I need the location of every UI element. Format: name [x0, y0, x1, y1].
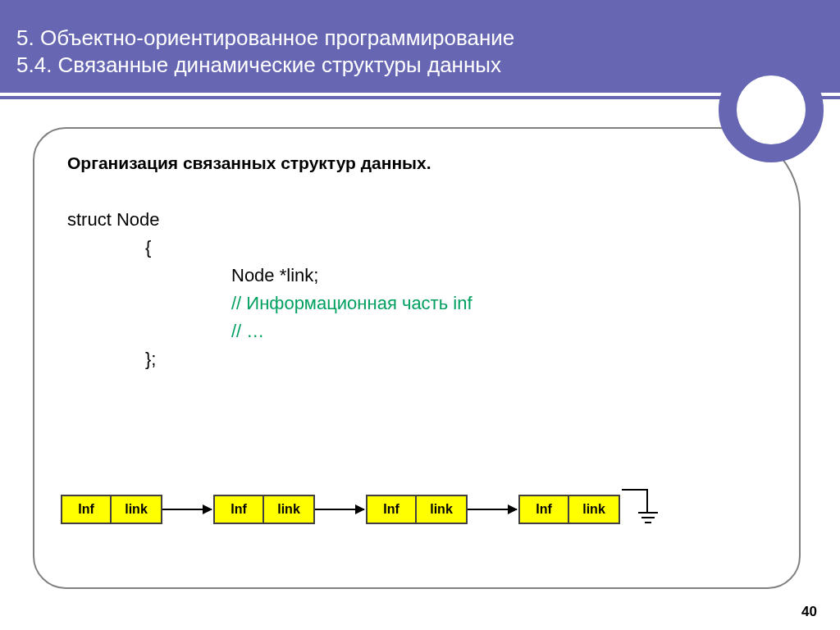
- node-link-cell: link: [417, 496, 466, 523]
- code-line: struct Node: [67, 206, 766, 234]
- content-subtitle: Организация связанных структур данных.: [67, 153, 766, 173]
- node-link-cell: link: [112, 496, 161, 523]
- code-line: };: [67, 345, 766, 373]
- list-node: Inf link: [213, 495, 315, 524]
- ground-icon: [622, 489, 655, 530]
- arrow-icon: [162, 509, 212, 510]
- node-inf-cell: Inf: [520, 496, 569, 523]
- code-line: {: [67, 234, 766, 262]
- linked-list-diagram: Inf link Inf link Inf link Inf link: [61, 489, 655, 530]
- list-node: Inf link: [518, 495, 620, 524]
- accent-line: [0, 96, 840, 99]
- node-inf-cell: Inf: [62, 496, 112, 523]
- node-inf-cell: Inf: [368, 496, 417, 523]
- slide-title: 5. Объектно-ориентированное программиров…: [16, 25, 840, 78]
- page-number: 40: [801, 604, 817, 620]
- arrow-icon: [468, 509, 517, 510]
- ring-decoration: [719, 57, 824, 162]
- title-line-1: 5. Объектно-ориентированное программиров…: [16, 25, 514, 50]
- arrow-icon: [315, 509, 364, 510]
- list-node: Inf link: [366, 495, 468, 524]
- list-node: Inf link: [61, 495, 162, 524]
- node-inf-cell: Inf: [215, 496, 264, 523]
- code-comment: // Информационная часть inf: [67, 290, 766, 317]
- code-line: Node *link;: [67, 262, 766, 290]
- code-comment: // …: [67, 317, 766, 345]
- code-block: struct Node { Node *link; // Информацион…: [67, 206, 766, 374]
- content-frame: Организация связанных структур данных. s…: [33, 127, 801, 589]
- title-line-2: 5.4. Связанные динамические структуры да…: [16, 52, 501, 77]
- slide-header: 5. Объектно-ориентированное программиров…: [0, 0, 840, 93]
- node-link-cell: link: [569, 496, 619, 523]
- node-link-cell: link: [264, 496, 313, 523]
